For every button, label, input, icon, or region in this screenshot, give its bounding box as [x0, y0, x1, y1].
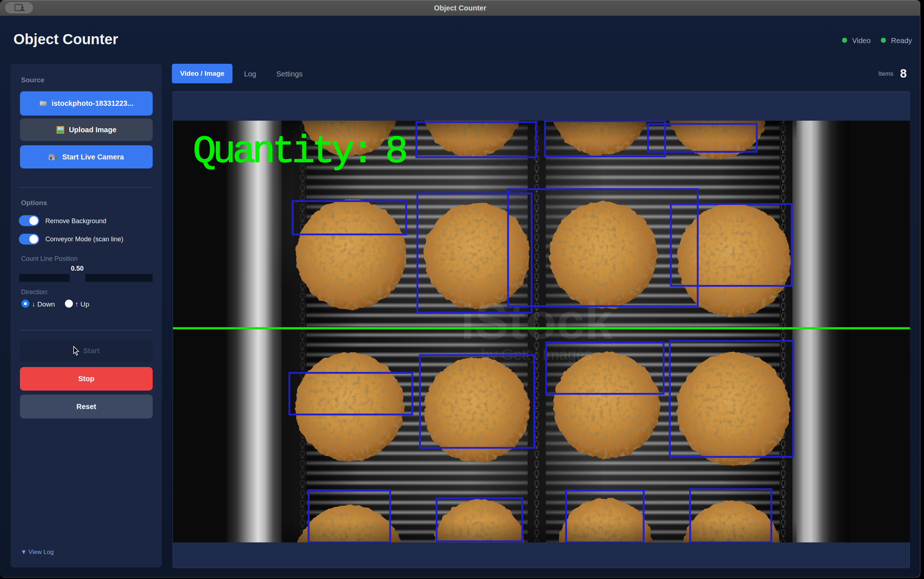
svg-text:Quantity:: Quantity: — [193, 130, 371, 173]
svg-text:iStock: iStock — [461, 293, 613, 350]
svg-text:8: 8 — [385, 130, 408, 173]
